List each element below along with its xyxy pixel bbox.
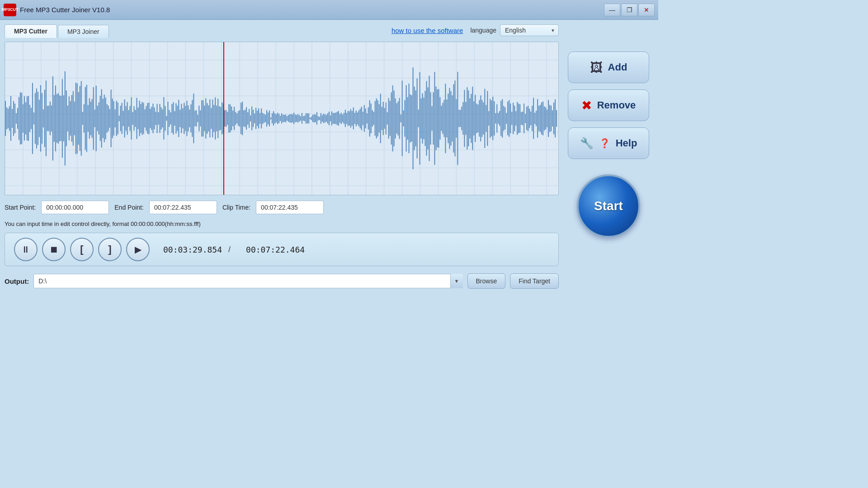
close-button[interactable]: ✕ (638, 4, 655, 16)
output-row: Output: ▼ Browse Find Target (5, 273, 559, 289)
remove-button-label: Remove (597, 99, 636, 111)
browse-button[interactable]: Browse (467, 273, 506, 289)
title-bar-buttons: — ❐ ✕ (604, 4, 655, 16)
start-button-label: Start (594, 199, 623, 213)
remove-button[interactable]: ✖ Remove (568, 89, 649, 121)
current-time-display: 00:03:29.854 (163, 245, 222, 254)
time-separator: / (228, 245, 231, 254)
pause-icon: ⏸ (21, 244, 30, 255)
waveform-canvas (5, 42, 558, 195)
start-button[interactable]: Start (577, 174, 640, 238)
play-icon: ▶ (135, 244, 142, 255)
clip-time-input[interactable] (256, 201, 324, 214)
start-point-label: Start Point: (5, 204, 36, 211)
remove-icon: ✖ (581, 98, 592, 113)
help-button[interactable]: 🔧 ❓ Help (568, 127, 649, 159)
playhead (223, 42, 224, 195)
stop-icon: ⏹ (49, 244, 58, 255)
language-select[interactable]: English Chinese Spanish French German (500, 24, 559, 36)
minimize-button[interactable]: — (604, 4, 620, 16)
output-path-input[interactable] (33, 274, 462, 288)
stop-button[interactable]: ⏹ (42, 238, 66, 261)
title-bar: MP3 CUT Free MP3 Cutter Joiner V10.8 — ❐… (0, 0, 658, 20)
end-point-label: End Point: (114, 204, 144, 211)
time-fields: Start Point: End Point: Clip Time: (5, 201, 559, 214)
language-label: language (470, 27, 496, 34)
left-panel: MP3 Cutter MP3 Joiner how to use the sof… (5, 24, 559, 362)
mark-out-icon: ] (108, 244, 111, 255)
waveform-container[interactable] (5, 42, 559, 195)
title-bar-left: MP3 CUT Free MP3 Cutter Joiner V10.8 (4, 4, 110, 16)
output-input-wrapper: ▼ (33, 274, 462, 288)
add-icon: 🖼 (590, 60, 603, 75)
mark-out-button[interactable]: ] (98, 238, 122, 261)
play-button[interactable]: ▶ (126, 238, 150, 261)
tab-mp3cutter[interactable]: MP3 Cutter (5, 24, 57, 38)
end-point-input[interactable] (149, 201, 217, 214)
start-point-input[interactable] (41, 201, 109, 214)
tabs-right: how to use the software language English… (392, 24, 559, 36)
mark-in-button[interactable]: [ (70, 238, 94, 261)
how-to-link[interactable]: how to use the software (392, 27, 463, 34)
language-wrapper: English Chinese Spanish French German (500, 24, 559, 36)
add-button-label: Add (608, 61, 627, 73)
output-dropdown-button[interactable]: ▼ (450, 274, 463, 288)
restore-button[interactable]: ❐ (621, 4, 637, 16)
hint-text: You can input time in edit control direc… (5, 221, 559, 227)
playback-bar: ⏸ ⏹ [ ] ▶ 00:03:29.854 / 00:07:22.464 (5, 233, 559, 266)
tabs-row: MP3 Cutter MP3 Joiner how to use the sof… (5, 24, 559, 38)
help-icon: 🔧 (580, 137, 594, 150)
mark-in-icon: [ (80, 244, 83, 255)
main-content: MP3 Cutter MP3 Joiner how to use the sof… (0, 20, 658, 367)
pause-button[interactable]: ⏸ (14, 238, 38, 261)
app-title: Free MP3 Cutter Joiner V10.8 (20, 6, 110, 14)
app-icon: MP3 CUT (4, 4, 16, 16)
tabs: MP3 Cutter MP3 Joiner (5, 24, 110, 38)
right-panel: 🖼 Add ✖ Remove 🔧 ❓ Help Start (563, 24, 654, 362)
language-row: language English Chinese Spanish French … (470, 24, 559, 36)
find-target-button[interactable]: Find Target (510, 273, 559, 289)
add-button[interactable]: 🖼 Add (568, 52, 649, 83)
total-time-display: 00:07:22.464 (246, 245, 305, 254)
tab-mp3joiner[interactable]: MP3 Joiner (58, 25, 109, 38)
output-label: Output: (5, 277, 29, 285)
help-question-icon: ❓ (599, 138, 610, 149)
clip-time-label: Clip Time: (222, 204, 250, 211)
help-button-label: Help (616, 137, 637, 149)
